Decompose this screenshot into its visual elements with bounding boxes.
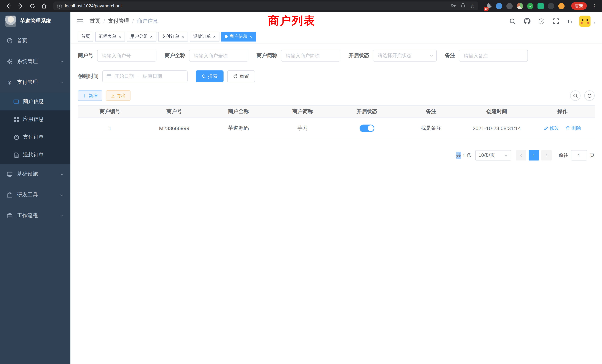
refresh-button[interactable] <box>584 90 595 101</box>
toggle-search-button[interactable] <box>570 90 580 101</box>
edit-link[interactable]: 修改 <box>544 125 559 132</box>
tag-user-group[interactable]: 用户分组 × <box>127 32 156 41</box>
reset-button-label: 重置 <box>239 73 249 80</box>
forward-icon[interactable] <box>16 1 25 11</box>
font-size-icon[interactable]: TT <box>567 18 572 24</box>
page-size-value: 10条/页 <box>479 152 495 159</box>
sidebar-item-merchant-info[interactable]: 商户信息 <box>0 93 70 110</box>
extension-smiley-icon[interactable] <box>558 3 565 9</box>
col-full-name: 商户全称 <box>206 106 271 118</box>
sidebar-item-system[interactable]: 系统管理 <box>0 51 70 72</box>
extensions-cluster: 10 <box>483 3 568 9</box>
screen: i localhost:1024/pay/merchant ☆ 10 <box>0 0 602 364</box>
sidebar-item-workflow[interactable]: 工作流程 <box>0 205 70 226</box>
reload-icon[interactable] <box>27 1 37 11</box>
fullscreen-icon[interactable] <box>552 17 560 25</box>
search-button-label: 搜索 <box>208 73 218 80</box>
add-button[interactable]: 新增 <box>78 90 102 101</box>
tag-refund-order[interactable]: 退款订单 × <box>190 32 219 41</box>
extension-square-icon[interactable] <box>538 3 544 9</box>
back-icon[interactable] <box>4 1 13 11</box>
chevron-down-icon <box>60 171 64 177</box>
annotation-title: 商户列表 <box>268 13 315 29</box>
payment-submenu: 商户信息 应用信息 支付订单 <box>0 93 70 164</box>
col-status: 开启状态 <box>335 106 399 118</box>
col-merchant-id: 商户编号 <box>78 106 142 118</box>
breadcrumb-home[interactable]: 首页 <box>90 18 100 24</box>
search-button[interactable]: 搜索 <box>196 70 224 82</box>
extensions-puzzle-icon[interactable]: 10 <box>486 3 492 9</box>
collapse-sidebar-icon[interactable] <box>76 17 84 25</box>
app-logo[interactable]: 芋道管理系统 <box>0 12 70 30</box>
browser-update-button[interactable]: 更新 <box>571 2 587 10</box>
create-time-range-picker[interactable]: 开始日期 - 结束日期 <box>102 70 188 82</box>
sidebar-item-infrastructure[interactable]: 基础设施 <box>0 164 70 185</box>
avatar-caret-icon[interactable]: ▼ <box>593 21 596 27</box>
site-info-icon[interactable]: i <box>57 3 62 8</box>
col-create-time: 创建时间 <box>463 106 530 118</box>
close-icon[interactable]: × <box>118 34 122 39</box>
extension-dark-icon[interactable] <box>506 3 513 9</box>
col-actions: 操作 <box>530 106 595 118</box>
url-bar[interactable]: i localhost:1024/pay/merchant ☆ <box>53 1 478 10</box>
breadcrumb-payment[interactable]: 支付管理 <box>108 18 129 24</box>
full-name-input[interactable] <box>189 50 248 62</box>
delete-link-label: 删除 <box>571 125 581 132</box>
home-icon[interactable] <box>39 1 49 11</box>
remark-label: 备注 <box>445 52 455 59</box>
sidebar-item-pay-order[interactable]: 支付订单 <box>0 128 70 146</box>
sidebar-item-label: 退款订单 <box>23 152 44 158</box>
page-1-button[interactable]: 1 <box>529 150 539 161</box>
monitor-icon <box>7 171 13 177</box>
sidebar-item-label: 基础设施 <box>17 171 38 178</box>
extension-knot-icon[interactable] <box>548 3 554 9</box>
extension-avatar-icon[interactable] <box>517 3 523 9</box>
close-icon[interactable]: × <box>249 34 252 39</box>
search-icon[interactable] <box>509 17 516 25</box>
sidebar-item-refund-order[interactable]: 退款订单 <box>0 146 70 164</box>
prev-page-button[interactable] <box>516 150 526 161</box>
help-icon[interactable]: ? <box>538 17 545 25</box>
extension-check-icon[interactable] <box>527 3 533 9</box>
status-select[interactable]: 请选择开启状态 <box>373 50 437 62</box>
page-size-select[interactable]: 10条/页 <box>475 150 511 161</box>
short-name-input[interactable] <box>281 50 340 62</box>
remark-input[interactable] <box>459 50 528 62</box>
sidebar-item-label: 首页 <box>17 37 27 44</box>
table-toolbar: 新增 导出 <box>78 90 595 101</box>
next-page-button[interactable] <box>541 150 552 161</box>
sidebar-item-dev-tools[interactable]: 研发工具 <box>0 185 70 205</box>
tag-home[interactable]: 首页 <box>78 32 93 41</box>
export-button[interactable]: 导出 <box>106 90 130 101</box>
sidebar-item-payment[interactable]: ¥ 支付管理 <box>0 72 70 93</box>
close-icon[interactable]: × <box>213 34 216 39</box>
extension-pin-icon[interactable] <box>496 3 502 9</box>
github-icon[interactable] <box>523 17 531 25</box>
browser-menu-icon[interactable]: ⋮ <box>591 3 598 9</box>
chevron-down-icon <box>60 213 64 219</box>
goto-page-input[interactable] <box>571 150 587 161</box>
card-icon <box>13 99 19 105</box>
status-toggle[interactable] <box>359 125 374 132</box>
tag-label: 商户信息 <box>229 33 247 40</box>
merchant-no-input[interactable] <box>97 50 156 62</box>
sidebar-item-label: 商户信息 <box>23 98 44 105</box>
close-icon[interactable]: × <box>150 34 153 39</box>
tag-process-form[interactable]: 流程表单 × <box>95 32 125 41</box>
sidebar: 芋道管理系统 首页 系统管理 ¥ 支付管理 <box>0 12 70 364</box>
bookmark-star-icon[interactable]: ☆ <box>470 3 474 9</box>
create-time-label: 创建时间 <box>78 73 99 80</box>
sidebar-item-home[interactable]: 首页 <box>0 30 70 51</box>
avatar[interactable] <box>579 16 591 27</box>
tag-merchant-info[interactable]: 商户信息 × <box>221 32 256 41</box>
total-suffix: 条 <box>467 152 472 159</box>
url-text: localhost:1024/pay/merchant <box>65 3 448 9</box>
tag-pay-order[interactable]: 支付订单 × <box>158 32 188 41</box>
password-key-icon[interactable] <box>451 2 456 10</box>
delete-link[interactable]: 删除 <box>566 125 581 132</box>
sidebar-item-app-info[interactable]: 应用信息 <box>0 110 70 128</box>
browser-toolbar: i localhost:1024/pay/merchant ☆ 10 <box>0 0 602 12</box>
reset-button[interactable]: 重置 <box>227 70 255 82</box>
share-icon[interactable] <box>461 3 466 9</box>
close-icon[interactable]: × <box>181 34 185 39</box>
